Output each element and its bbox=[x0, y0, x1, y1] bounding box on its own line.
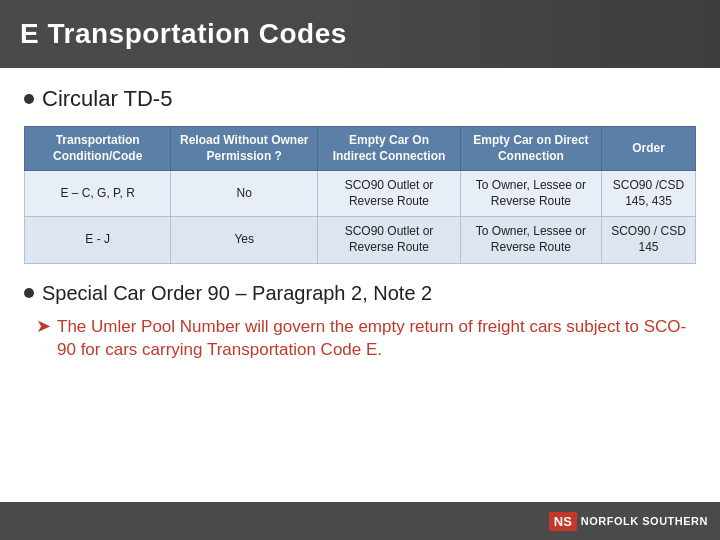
table-row: E - J Yes SCO90 Outlet or Reverse Route … bbox=[25, 217, 696, 263]
section2-title: Special Car Order 90 – Paragraph 2, Note… bbox=[24, 282, 696, 305]
ns-company-text: NORFOLK SOUTHERN bbox=[581, 515, 708, 527]
arrow-text: The Umler Pool Number will govern the em… bbox=[57, 315, 696, 363]
cell-order-2: SCO90 / CSD 145 bbox=[602, 217, 696, 263]
ns-logo-text: NS bbox=[554, 514, 572, 529]
footer: NS NORFOLK SOUTHERN bbox=[0, 502, 720, 540]
transportation-table: Transportation Condition/Code Reload Wit… bbox=[24, 126, 696, 264]
cell-code-1: E – C, G, P, R bbox=[25, 171, 171, 217]
cell-reload-1: No bbox=[171, 171, 318, 217]
col-header-code: Transportation Condition/Code bbox=[25, 127, 171, 171]
header: E Transportation Codes bbox=[0, 0, 720, 68]
cell-indirect-1: SCO90 Outlet or Reverse Route bbox=[318, 171, 461, 217]
table-header-row: Transportation Condition/Code Reload Wit… bbox=[25, 127, 696, 171]
col-header-direct: Empty Car on Direct Connection bbox=[460, 127, 601, 171]
slide-title: E Transportation Codes bbox=[20, 18, 347, 50]
ns-company-label: NORFOLK SOUTHERN bbox=[581, 515, 708, 527]
cell-direct-1: To Owner, Lessee or Reverse Route bbox=[460, 171, 601, 217]
arrow-bullet: ➤ The Umler Pool Number will govern the … bbox=[36, 315, 696, 363]
section1-title: Circular TD-5 bbox=[24, 86, 696, 112]
slide: E Transportation Codes Circular TD-5 Tra… bbox=[0, 0, 720, 540]
col-header-reload: Reload Without Owner Permission ? bbox=[171, 127, 318, 171]
col-header-indirect: Empty Car On Indirect Connection bbox=[318, 127, 461, 171]
cell-direct-2: To Owner, Lessee or Reverse Route bbox=[460, 217, 601, 263]
bullet-dot-1 bbox=[24, 94, 34, 104]
ns-logo-box: NS bbox=[549, 512, 577, 531]
section2-label: Special Car Order 90 – Paragraph 2, Note… bbox=[42, 282, 432, 305]
ns-logo: NS NORFOLK SOUTHERN bbox=[549, 512, 708, 531]
cell-order-1: SCO90 /CSD 145, 435 bbox=[602, 171, 696, 217]
cell-reload-2: Yes bbox=[171, 217, 318, 263]
arrow-icon: ➤ bbox=[36, 315, 51, 337]
table-row: E – C, G, P, R No SCO90 Outlet or Revers… bbox=[25, 171, 696, 217]
cell-indirect-2: SCO90 Outlet or Reverse Route bbox=[318, 217, 461, 263]
col-header-order: Order bbox=[602, 127, 696, 171]
cell-code-2: E - J bbox=[25, 217, 171, 263]
bullet-dot-2 bbox=[24, 288, 34, 298]
section1-label: Circular TD-5 bbox=[42, 86, 172, 112]
content-area: Circular TD-5 Transportation Condition/C… bbox=[0, 68, 720, 502]
